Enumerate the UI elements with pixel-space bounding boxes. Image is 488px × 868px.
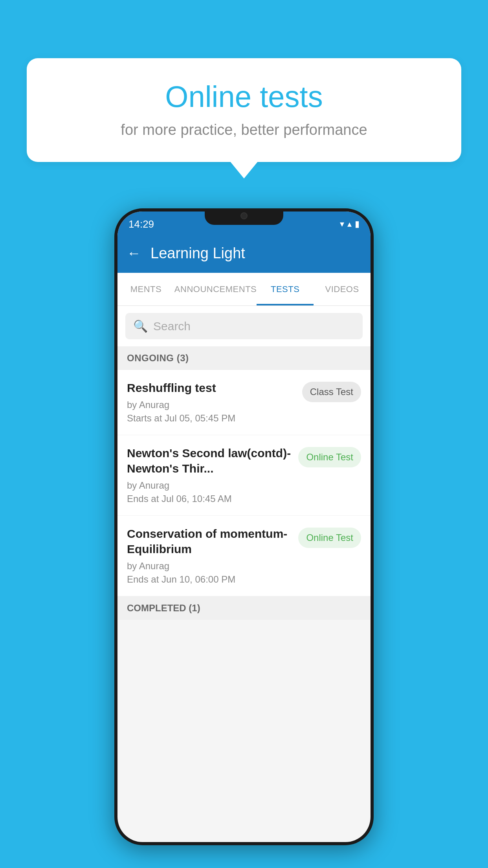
tab-tests[interactable]: TESTS: [257, 273, 314, 305]
test-item[interactable]: Newton's Second law(contd)-Newton's Thir…: [117, 435, 371, 516]
back-button[interactable]: ←: [127, 245, 141, 261]
app-title: Learning Light: [150, 245, 245, 262]
test-date: Starts at Jul 05, 05:45 PM: [127, 413, 296, 424]
test-date: Ends at Jun 10, 06:00 PM: [127, 574, 292, 585]
search-icon: 🔍: [133, 319, 148, 333]
completed-section-header: COMPLETED (1): [117, 596, 371, 620]
test-name: Newton's Second law(contd)-Newton's Thir…: [127, 445, 292, 476]
status-time: 14:29: [128, 218, 154, 230]
test-date: Ends at Jul 06, 10:45 AM: [127, 493, 292, 504]
speech-bubble: Online tests for more practice, better p…: [27, 58, 461, 162]
test-author: by Anurag: [127, 480, 292, 491]
bubble-title: Online tests: [50, 79, 438, 114]
bubble-subtitle: for more practice, better performance: [50, 121, 438, 138]
test-author: by Anurag: [127, 561, 292, 572]
phone-frame: 14:29 ▾ ▴ ▮ ← Learning Light MENTS ANNOU…: [114, 208, 374, 845]
test-name: Reshuffling test: [127, 380, 296, 395]
tab-videos[interactable]: VIDEOS: [314, 273, 371, 305]
test-name: Conservation of momentum-Equilibrium: [127, 526, 292, 557]
battery-icon: ▮: [355, 219, 360, 229]
test-badge-online: Online Test: [298, 447, 361, 467]
phone-camera: [240, 212, 248, 219]
phone-notch: [205, 208, 283, 225]
test-badge-online-2: Online Test: [298, 528, 361, 548]
tab-ments[interactable]: MENTS: [117, 273, 174, 305]
wifi-icon: ▾: [340, 219, 344, 229]
tabs-bar: MENTS ANNOUNCEMENTS TESTS VIDEOS: [117, 273, 371, 306]
ongoing-section-header: ONGOING (3): [117, 346, 371, 370]
phone-screen: 14:29 ▾ ▴ ▮ ← Learning Light MENTS ANNOU…: [117, 211, 371, 842]
tab-announcements[interactable]: ANNOUNCEMENTS: [174, 273, 257, 305]
test-info: Newton's Second law(contd)-Newton's Thir…: [127, 445, 298, 504]
test-item[interactable]: Conservation of momentum-Equilibrium by …: [117, 516, 371, 596]
search-input-wrapper[interactable]: 🔍 Search: [125, 313, 363, 339]
test-info: Reshuffling test by Anurag Starts at Jul…: [127, 380, 302, 424]
test-list: Reshuffling test by Anurag Starts at Jul…: [117, 370, 371, 596]
search-input[interactable]: Search: [153, 320, 191, 333]
test-item[interactable]: Reshuffling test by Anurag Starts at Jul…: [117, 370, 371, 435]
search-container: 🔍 Search: [117, 306, 371, 346]
test-author: by Anurag: [127, 399, 296, 410]
test-info: Conservation of momentum-Equilibrium by …: [127, 526, 298, 585]
app-header: ← Learning Light: [117, 234, 371, 273]
status-icons: ▾ ▴ ▮: [340, 219, 360, 229]
test-badge-class: Class Test: [302, 382, 361, 402]
signal-icon: ▴: [347, 219, 352, 229]
